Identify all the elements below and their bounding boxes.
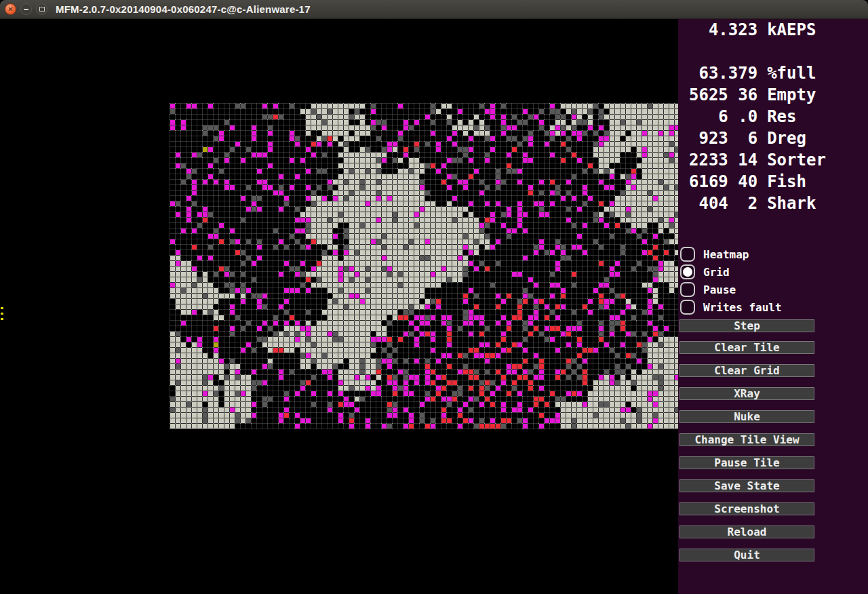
stat-value: 6 .0 (689, 107, 757, 126)
close-icon: ✕ (7, 6, 13, 13)
checkbox-label: Grid (703, 266, 730, 279)
checkbox-label: Writes fault (703, 301, 782, 314)
checked-indicator (683, 267, 692, 277)
stat-row-shark: 404 2Shark (689, 193, 816, 214)
change-tile-view-button[interactable]: Change Tile View (679, 433, 814, 446)
checkbox-row-grid: Grid (680, 264, 730, 279)
stat-value: 2233 14 (689, 151, 757, 170)
simulation-grid-canvas[interactable] (170, 103, 678, 429)
stat-label: Empty (757, 85, 816, 104)
stat-row-sorter: 2233 14Sorter (689, 149, 826, 171)
titlebar: ✕ MFM-2.0.7-0x20140904-0x060247-c@c-Alie… (0, 0, 868, 19)
stat-label: Shark (757, 194, 816, 213)
stat-value: 4.323 (689, 20, 757, 39)
res-atom-marker (1, 318, 3, 320)
stat-label: Res (757, 107, 796, 126)
checkbox-row-writes-fault: Writes fault (680, 300, 782, 315)
stat-value: 404 2 (689, 194, 757, 213)
writes-fault-checkbox[interactable] (680, 300, 695, 315)
clear-grid-button[interactable]: Clear Grid (679, 364, 814, 377)
stat-value: 5625 36 (689, 85, 757, 104)
pause-tile-button[interactable]: Pause Tile (679, 456, 814, 469)
stat-row-fish: 6169 40Fish (689, 171, 806, 193)
minimize-icon (24, 9, 28, 10)
stat-row-res: 6 .0Res (689, 106, 797, 127)
checkbox-label: Heatmap (703, 248, 749, 261)
quit-button[interactable]: Quit (679, 549, 814, 561)
stat-value: 923 6 (689, 129, 757, 148)
stat-row-kaeps: 4.323kAEPS (689, 19, 816, 41)
grid-checkbox[interactable] (680, 264, 695, 279)
stat-value: 6169 40 (689, 172, 757, 191)
mfm-window: ✕ MFM-2.0.7-0x20140904-0x060247-c@c-Alie… (0, 0, 868, 594)
stat-label: Sorter (757, 151, 826, 170)
xray-button[interactable]: XRay (679, 387, 814, 400)
nuke-button[interactable]: Nuke (679, 410, 814, 423)
res-atom-marker (1, 313, 3, 315)
stat-label: kAEPS (757, 20, 816, 39)
stat-row-dreg: 923 6Dreg (689, 127, 806, 149)
simulation-area: 4.323kAEPS 63.379%full5625 36Empty 6 .0R… (0, 19, 868, 594)
heatmap-checkbox[interactable] (680, 247, 695, 262)
checkbox-row-pause: Pause (680, 282, 736, 297)
stat-label: %full (757, 64, 816, 83)
pause-checkbox[interactable] (680, 282, 695, 297)
stat-row-empty: 5625 36Empty (689, 84, 816, 106)
window-title: MFM-2.0.7-0x20140904-0x060247-c@c-Alienw… (56, 3, 311, 15)
control-panel: 4.323kAEPS 63.379%full5625 36Empty 6 .0R… (678, 19, 868, 594)
screenshot-button[interactable]: Screenshot (679, 502, 814, 515)
window-close-button[interactable]: ✕ (5, 3, 16, 15)
save-state-button[interactable]: Save State (679, 479, 814, 492)
maximize-icon (39, 7, 45, 12)
window-maximize-button[interactable] (36, 3, 47, 15)
checkbox-row-heatmap: Heatmap (680, 247, 749, 262)
window-minimize-button[interactable] (20, 3, 32, 15)
clear-tile-button[interactable]: Clear Tile (679, 341, 814, 354)
step-button[interactable]: Step (679, 319, 814, 332)
stat-row-full: 63.379%full (689, 62, 816, 84)
stat-value: 63.379 (689, 64, 757, 83)
res-atom-marker (1, 307, 3, 309)
stat-label: Dreg (757, 129, 806, 148)
checkbox-label: Pause (703, 283, 736, 296)
reload-button[interactable]: Reload (679, 526, 814, 538)
stat-label: Fish (757, 172, 806, 191)
